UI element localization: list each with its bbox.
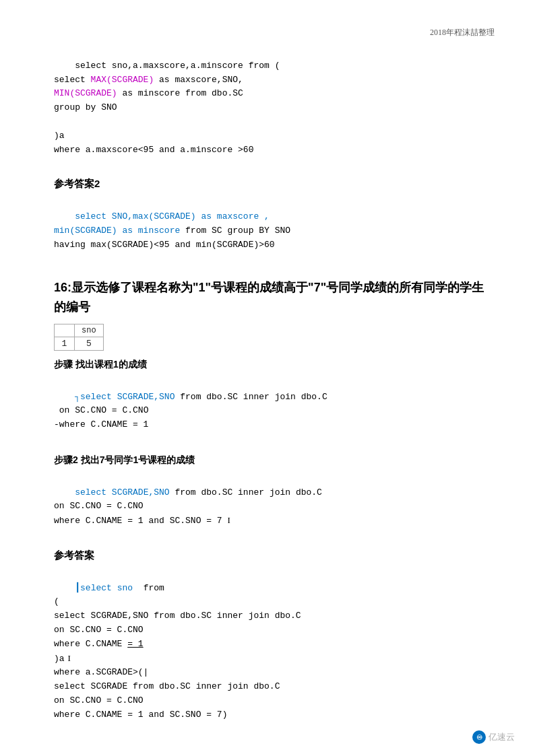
- table-16: sno 1 5: [54, 324, 495, 351]
- watermark-icon: ♾: [472, 730, 486, 744]
- question-16-title: 16:显示选修了课程名称为"1"号课程的成绩高于"7"号同学成绩的所有同学的学生…: [54, 278, 495, 317]
- ref-answer-2-label: 参考答案2: [54, 178, 495, 191]
- table-header-row-num: [55, 324, 75, 337]
- step2-title: 步骤2 找出7号同学1号课程的成绩: [54, 454, 495, 467]
- cursor-indicator-2: I: [65, 652, 74, 666]
- watermark-text: 亿速云: [489, 731, 515, 743]
- header-right-text: 2018年程沫喆整理: [54, 27, 495, 38]
- cursor-indicator: I: [222, 514, 236, 528]
- table-cell-rownum: 1: [55, 337, 75, 350]
- final-code-block: ┃select sno from ( select SCGRADE,SNO fr…: [54, 568, 495, 736]
- table-cell-sno: 5: [75, 337, 104, 350]
- table-header-sno: sno: [75, 324, 104, 337]
- step1-title: 步骤 找出课程1的成绩: [54, 359, 495, 371]
- step1-code: ┐select SCGRADE,SNO from dbo.SC inner jo…: [54, 376, 495, 446]
- ref-answer-label: 参考答案: [54, 549, 495, 562]
- code-block-1: select sno,a.maxscore,a.minscore from ( …: [54, 45, 495, 171]
- table-row: 1 5: [55, 337, 104, 350]
- step2-code: select SCGRADE,SNO from dbo.SC inner joi…: [54, 472, 495, 543]
- page: 2018年程沫喆整理 select sno,a.maxscore,a.minsc…: [0, 0, 535, 756]
- code-block-2: select SNO,max(SCGRADE) as maxscore , mi…: [54, 196, 495, 266]
- watermark: ♾ 亿速云: [472, 730, 515, 744]
